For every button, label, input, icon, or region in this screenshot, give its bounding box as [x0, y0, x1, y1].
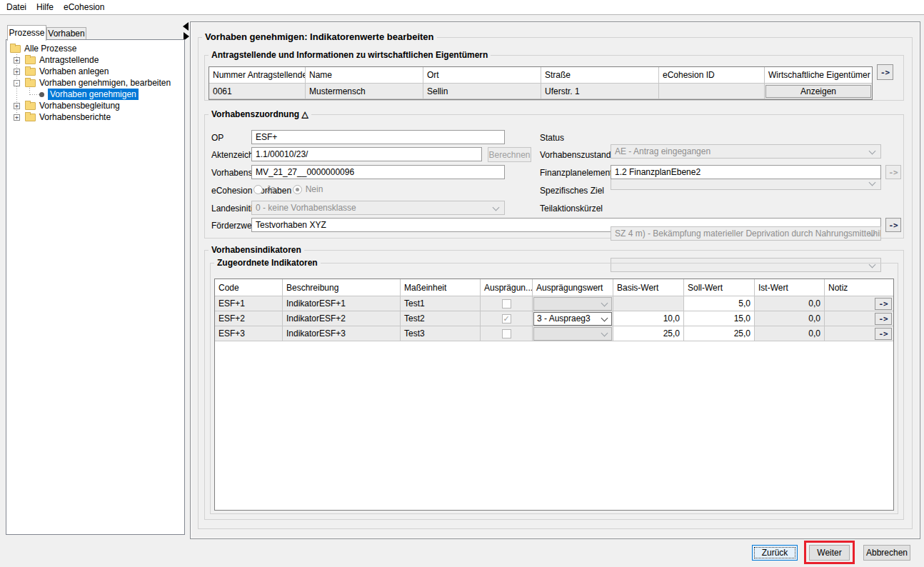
weiter-button[interactable]: Weiter	[809, 545, 850, 561]
chevron-down-icon	[869, 148, 876, 155]
menu-item-hilfe[interactable]: Hilfe	[31, 0, 59, 14]
process-tree-panel: Alle Prozesse + Antragstellende + Vorhab…	[6, 39, 185, 535]
vorhabens-id-field[interactable]: MV_21_27__0000000096	[251, 165, 505, 179]
cell-soll-wert[interactable]: 5,0	[684, 296, 755, 311]
op-field[interactable]: ESF+	[251, 130, 505, 144]
chevron-down-icon	[869, 179, 876, 186]
splitter-collapse-left-icon[interactable]	[183, 22, 189, 31]
cell-soll-wert[interactable]: 15,0	[684, 311, 755, 326]
zurueck-button[interactable]: Zurück	[752, 545, 798, 561]
collapse-minus-icon[interactable]: -	[14, 80, 20, 86]
cell-beschreibung: IndikatorESF+3	[283, 326, 401, 341]
folder-icon	[25, 102, 36, 110]
teilaktionskuerzel-label: Teilaktionskürzel	[540, 204, 603, 214]
column-header: Nummer Antragstellende	[209, 67, 306, 84]
cell-beschreibung: IndikatorESF+2	[283, 311, 401, 326]
checkbox-unchecked-icon	[502, 329, 511, 338]
tree-item-vorhabensberichte[interactable]: + Vorhabensberichte	[14, 111, 111, 123]
table-row[interactable]: 0061 Mustermensch Sellin Uferstr. 1 Anze…	[209, 84, 872, 99]
radio-ja-label: Ja	[266, 184, 276, 194]
expand-plus-icon[interactable]: +	[14, 103, 20, 109]
cell-notiz: ->	[825, 326, 893, 341]
page-title: Vorhaben genehmigen: Indikatorenwerte be…	[202, 31, 437, 42]
abbrechen-button[interactable]: Abbrechen	[863, 545, 910, 561]
cell-code: ESF+2	[215, 311, 283, 326]
cell-code: ESF+3	[215, 326, 283, 341]
notiz-arrow-button[interactable]: ->	[875, 313, 892, 325]
cell-auspraegungswert: 3 - Auspraeg3	[533, 311, 613, 326]
menu-item-datei[interactable]: Datei	[1, 0, 31, 14]
tree-item-alle-prozesse[interactable]: Alle Prozesse	[10, 43, 76, 54]
cell-name: Mustermensch	[306, 84, 423, 99]
cell-strasse: Uferstr. 1	[541, 84, 659, 99]
indicator-row[interactable]: ESF+1 IndikatorESF+1 Test1 5,0 0,0 ->	[215, 296, 893, 311]
cell-masseinheit: Test1	[401, 296, 481, 311]
finanzplanelement-field[interactable]: 1.2 FinanzplanEbene2	[611, 165, 881, 179]
cell-soll-wert[interactable]: 25,0	[684, 326, 755, 341]
radio-nein-label: Nein	[306, 184, 323, 194]
cell-ist-wert: 0,0	[755, 296, 825, 311]
op-label: OP	[211, 133, 224, 143]
tab-vorhaben[interactable]: Vorhaben	[46, 27, 86, 40]
applicant-table-header: Nummer Antragstellende Name Ort Straße e…	[209, 67, 872, 84]
tree-item-vorhabensbegleitung[interactable]: + Vorhabensbegleitung	[14, 100, 120, 111]
cell-ist-wert: 0,0	[755, 311, 825, 326]
notiz-arrow-button[interactable]: ->	[875, 298, 892, 310]
cell-basis-wert	[613, 296, 684, 311]
auspraegungswert-dropdown	[533, 297, 612, 311]
status-value: AE - Antrag eingegangen	[615, 146, 710, 156]
tree-item-vorhaben-genehmigen[interactable]: Vorhaben genehmigen	[39, 89, 139, 100]
notiz-arrow-button[interactable]: ->	[875, 328, 892, 340]
folder-icon	[25, 56, 36, 64]
auspraegungswert-dropdown	[533, 327, 612, 341]
cell-notiz: ->	[825, 311, 893, 326]
chevron-down-icon	[601, 299, 608, 306]
menu-item-ecohesion[interactable]: eCohesion	[59, 0, 109, 14]
column-header: Ausprägungswert	[533, 279, 613, 296]
column-header: Wirtschaftliche Eigentümer	[765, 67, 872, 84]
column-header: Notiz	[825, 279, 893, 296]
folder-icon	[25, 114, 36, 121]
bullet-icon	[39, 92, 44, 97]
column-header: Name	[306, 67, 423, 84]
column-header: Basis-Wert	[613, 279, 684, 296]
finanzplanelement-label: Finanzplanelement	[540, 168, 612, 178]
cell-auspraegung	[481, 326, 533, 341]
tree-connector-line	[30, 94, 39, 95]
folder-icon	[25, 79, 36, 87]
cell-basis-wert[interactable]: 25,0	[613, 326, 684, 341]
folder-icon	[10, 45, 21, 53]
status-dropdown: AE - Antrag eingegangen	[611, 144, 881, 159]
auspraegungswert-dropdown[interactable]: 3 - Auspraeg3	[533, 312, 612, 326]
assignment-group-title-text: Vorhabenszuordnung	[211, 109, 299, 119]
radio-ja	[253, 185, 263, 194]
indicator-row[interactable]: ESF+3 IndikatorESF+3 Test3 25,0 25,0 0,0…	[215, 326, 893, 341]
vorhabenszustand-label: Vorhabenszustand	[540, 150, 611, 160]
aktenzeichen-field[interactable]: 1.1/00010/23/	[251, 147, 482, 161]
cell-basis-wert[interactable]: 10,0	[613, 311, 684, 326]
dropdown-value: 3 - Auspraeg3	[537, 313, 591, 323]
cell-ort: Sellin	[423, 84, 541, 99]
expand-plus-icon[interactable]: +	[14, 57, 20, 64]
tree-item-vorhaben-genehmigen-bearbeiten[interactable]: - Vorhaben genehmigen, bearbeiten	[14, 77, 171, 89]
tree-item-label: Vorhabensbegleitung	[39, 101, 120, 111]
tree-item-antragstellende[interactable]: + Antragstellende	[14, 54, 99, 66]
applicant-detail-arrow-button[interactable]: ->	[877, 64, 893, 80]
applicant-table: Nummer Antragstellende Name Ort Straße e…	[209, 66, 873, 100]
chevron-down-icon	[493, 204, 500, 211]
indicator-row[interactable]: ESF+2 IndikatorESF+2 Test2 3 - Auspraeg3…	[215, 311, 893, 326]
folder-icon	[25, 68, 36, 76]
ecohesion-radio-group: Ja Nein	[253, 184, 323, 194]
spezifisches-ziel-label: Spezifisches Ziel	[540, 186, 604, 196]
assignment-group-title: Vorhabenszuordnung △	[209, 109, 311, 119]
expand-plus-icon[interactable]: +	[14, 114, 20, 121]
expand-plus-icon[interactable]: +	[14, 69, 20, 75]
cell-auspraegung	[481, 311, 533, 326]
indicators-table-header: Code Beschreibung Maßeinheit Ausprägun..…	[215, 279, 893, 296]
anzeigen-button[interactable]: Anzeigen	[765, 85, 871, 98]
status-label: Status	[540, 133, 564, 143]
foerderzweck-arrow-button[interactable]: ->	[885, 218, 901, 232]
tab-prozesse[interactable]: Prozesse	[7, 25, 46, 41]
berechnen-button: Berechnen	[488, 147, 531, 162]
tree-item-vorhaben-anlegen[interactable]: + Vorhaben anlegen	[14, 66, 109, 77]
